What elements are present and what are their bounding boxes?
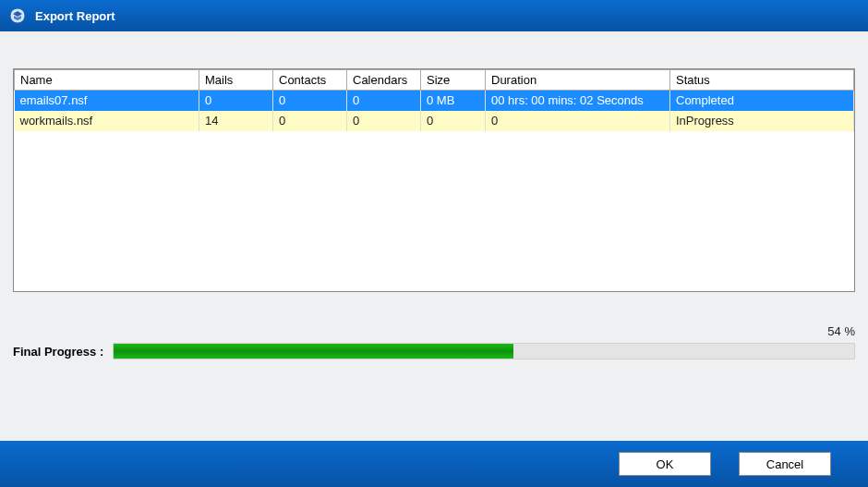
col-header-duration[interactable]: Duration [486, 70, 670, 91]
titlebar: Export Report [0, 0, 868, 31]
ok-button[interactable]: OK [619, 452, 711, 476]
col-header-mails[interactable]: Mails [199, 70, 273, 91]
cell-status: InProgress [670, 111, 854, 131]
cell-calendars: 0 [347, 111, 421, 131]
cancel-button[interactable]: Cancel [739, 452, 831, 476]
cell-name: emails07.nsf [15, 91, 199, 111]
table-row[interactable]: emails07.nsf 0 0 0 0 MB 00 hrs: 00 mins:… [15, 91, 854, 111]
cell-duration: 00 hrs: 00 mins: 02 Seconds [486, 91, 670, 111]
cell-mails: 0 [199, 91, 273, 111]
col-header-status[interactable]: Status [670, 70, 854, 91]
cell-duration: 0 [486, 111, 670, 131]
footer-bar: OK Cancel [0, 441, 868, 487]
cell-contacts: 0 [273, 91, 347, 111]
col-header-size[interactable]: Size [421, 70, 486, 91]
progress-percent-label: 54 % [827, 324, 855, 338]
cell-size: 0 MB [421, 91, 486, 111]
col-header-contacts[interactable]: Contacts [273, 70, 347, 91]
content-area: Name Mails Contacts Calendars Size Durat… [0, 31, 868, 441]
progress-bar-fill [114, 344, 513, 359]
progress-section: 54 % Final Progress : [13, 343, 855, 359]
table-row[interactable]: workmails.nsf 14 0 0 0 0 InProgress [15, 111, 854, 131]
col-header-name[interactable]: Name [15, 70, 199, 91]
cell-name: workmails.nsf [15, 111, 199, 131]
cell-mails: 14 [199, 111, 273, 131]
cell-size: 0 [421, 111, 486, 131]
app-icon [9, 7, 26, 24]
progress-label: Final Progress : [13, 345, 103, 359]
col-header-calendars[interactable]: Calendars [347, 70, 421, 91]
export-report-table: Name Mails Contacts Calendars Size Durat… [13, 68, 855, 292]
progress-bar [113, 343, 855, 359]
window-title: Export Report [35, 9, 115, 23]
cell-calendars: 0 [347, 91, 421, 111]
cell-contacts: 0 [273, 111, 347, 131]
cell-status: Completed [670, 91, 854, 111]
table-header-row: Name Mails Contacts Calendars Size Durat… [15, 70, 854, 91]
